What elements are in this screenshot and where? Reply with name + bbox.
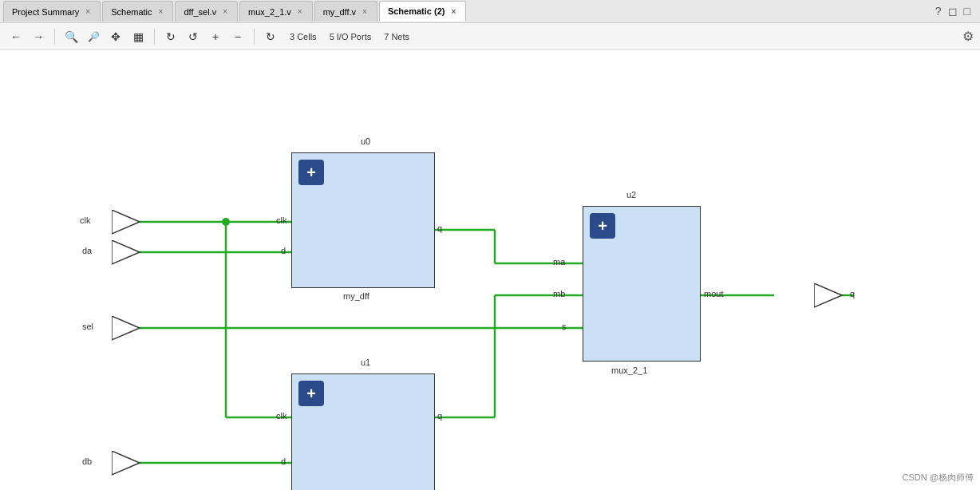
u1-clk-pin-label: clk [276,411,286,421]
back-button[interactable]: ← [6,27,26,46]
svg-marker-20 [112,451,140,475]
fit-button[interactable]: ✥ [106,27,125,46]
tab-close-project-summary[interactable]: × [84,7,92,16]
clk-port-svg [112,210,144,235]
question-icon[interactable]: ? [935,5,942,18]
mout-pin-label: mout [704,289,723,298]
tab-close-mux[interactable]: × [296,7,304,16]
u2-label: u2 [626,190,636,200]
undo-button[interactable]: ↻ [161,27,180,46]
db-port-svg [112,451,144,476]
minus-button[interactable]: − [228,27,247,46]
separator [54,29,55,45]
tab-schematic[interactable]: Schematic × [102,1,173,22]
u1-label: u1 [361,358,370,367]
tab-bar: Project Summary × Schematic × dff_sel.v … [0,0,980,23]
clk-port-label: clk [80,215,90,225]
zoom-out-button[interactable]: 🔎 [84,27,103,46]
mux-u2-plus-icon: + [590,213,615,239]
svg-marker-17 [112,210,140,234]
svg-marker-18 [112,240,140,264]
dff-u1[interactable]: + [291,373,435,490]
svg-point-1 [222,218,230,226]
redo-button[interactable]: ↺ [184,27,203,46]
tab-label: mux_2_1.v [248,7,291,17]
tab-icons: ? ◻ □ [935,5,977,18]
s-pin-label: s [562,322,567,331]
watermark: CSDN @杨肉师傅 [903,472,974,484]
tab-close-dff-sel[interactable]: × [221,7,229,16]
u0-label: u0 [361,136,370,146]
schematic-canvas: u0 + my_dff clk d q u1 + my_dff clk d q … [0,50,980,490]
wire-layer [0,50,980,490]
tab-project-summary[interactable]: Project Summary × [3,1,101,22]
cells-count: 3 Cells [290,32,317,41]
nets-count: 7 Nets [384,32,409,41]
mb-pin-label: mb [553,289,565,298]
mux-u2[interactable]: + [583,206,701,362]
tab-label: Schematic (2) [388,6,445,16]
io-ports-count: 5 I/O Ports [330,32,372,41]
tab-label: dff_sel.v [184,7,216,17]
sel-port-svg [112,316,144,342]
tab-mux[interactable]: mux_2_1.v × [239,1,313,22]
u1-d-pin-label: d [281,456,286,466]
tab-dff-sel[interactable]: dff_sel.v × [175,1,238,22]
ma-pin-label: ma [553,257,565,267]
q-port-svg [814,283,846,309]
tab-close-schematic[interactable]: × [157,7,165,16]
u0-q-pin-label: q [437,223,442,233]
toolbar: ← → 🔍 🔎 ✥ ▦ ↻ ↺ + − ↻ 3 Cells 5 I/O Port… [0,23,980,50]
sel-port-label: sel [82,322,93,331]
tab-label: Schematic [111,7,152,17]
tab-label: my_dff.v [323,7,356,17]
toolbar-info: 3 Cells 5 I/O Ports 7 Nets [290,32,409,41]
dff-u1-plus-icon: + [298,381,324,406]
tab-label: Project Summary [12,7,79,17]
dff-u0-plus-icon: + [298,160,324,185]
tab-schematic-2[interactable]: Schematic (2) × [379,1,466,22]
maximize-icon[interactable]: □ [964,5,970,18]
tab-close-my-dff[interactable]: × [361,7,369,16]
my-dff-label1: my_dff [343,291,369,301]
separator2 [154,29,155,45]
svg-marker-19 [112,316,140,340]
separator3 [254,29,255,45]
u0-d-pin-label: d [281,246,286,255]
tab-my-dff[interactable]: my_dff.v × [314,1,377,22]
gear-icon[interactable]: ⚙ [962,29,974,44]
tab-close-schematic-2[interactable]: × [449,7,457,16]
da-port-label: da [82,246,92,255]
add-button[interactable]: + [206,27,225,46]
refresh-button[interactable]: ↻ [261,27,280,46]
u1-q-pin-label: q [437,411,442,421]
db-port-label: db [82,456,92,466]
svg-marker-21 [814,283,842,307]
select-button[interactable]: ▦ [128,27,148,46]
mux-label: mux_2_1 [611,366,647,375]
forward-button[interactable]: → [29,27,48,46]
zoom-in-button[interactable]: 🔍 [61,27,81,46]
restore-icon[interactable]: ◻ [948,5,958,18]
q-port-label: q [850,289,855,298]
u0-clk-pin-label: clk [276,215,286,225]
da-port-svg [112,240,144,266]
dff-u0[interactable]: + [291,152,435,288]
